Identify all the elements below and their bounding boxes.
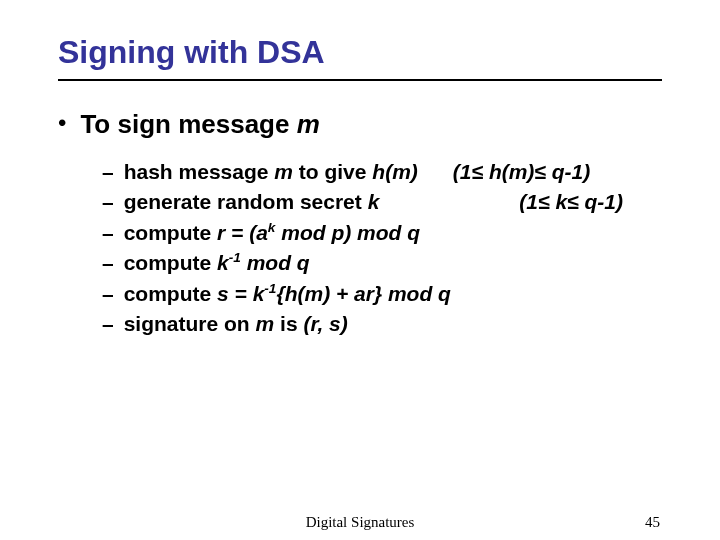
dash-icon: – — [102, 279, 114, 309]
list-item-text: compute r = (ak mod p) mod q — [124, 218, 662, 248]
list-item-text: generate random secret k (1≤ k≤ q-1) — [124, 187, 662, 217]
list-item-text: compute k-1 mod q — [124, 248, 662, 278]
bullet-level1-text: To sign message m — [80, 109, 319, 139]
list-item: – signature on m is (r, s) — [102, 309, 662, 339]
dash-icon: – — [102, 218, 114, 248]
list-item: – compute r = (ak mod p) mod q — [102, 218, 662, 248]
dash-icon: – — [102, 309, 114, 339]
list-item: – compute s = k-1{h(m) + ar} mod q — [102, 279, 662, 309]
dash-icon: – — [102, 157, 114, 187]
dash-icon: – — [102, 187, 114, 217]
page-number: 45 — [645, 514, 660, 531]
slide-title: Signing with DSA — [58, 34, 662, 71]
sub-bullet-list: – hash message m to give h(m) (1≤ h(m)≤ … — [102, 157, 662, 340]
list-item-text: signature on m is (r, s) — [124, 309, 662, 339]
bullet-dot: • — [58, 109, 66, 137]
list-item: – hash message m to give h(m) (1≤ h(m)≤ … — [102, 157, 662, 187]
footer-title: Digital Signatures — [0, 514, 720, 531]
dash-icon: – — [102, 248, 114, 278]
list-item-text: hash message m to give h(m) (1≤ h(m)≤ q-… — [124, 157, 662, 187]
bullet-level1: • To sign message m — [58, 109, 662, 139]
list-item-text: compute s = k-1{h(m) + ar} mod q — [124, 279, 662, 309]
title-rule — [58, 79, 662, 81]
slide: Signing with DSA • To sign message m – h… — [0, 0, 720, 540]
list-item: – compute k-1 mod q — [102, 248, 662, 278]
list-item: – generate random secret k (1≤ k≤ q-1) — [102, 187, 662, 217]
